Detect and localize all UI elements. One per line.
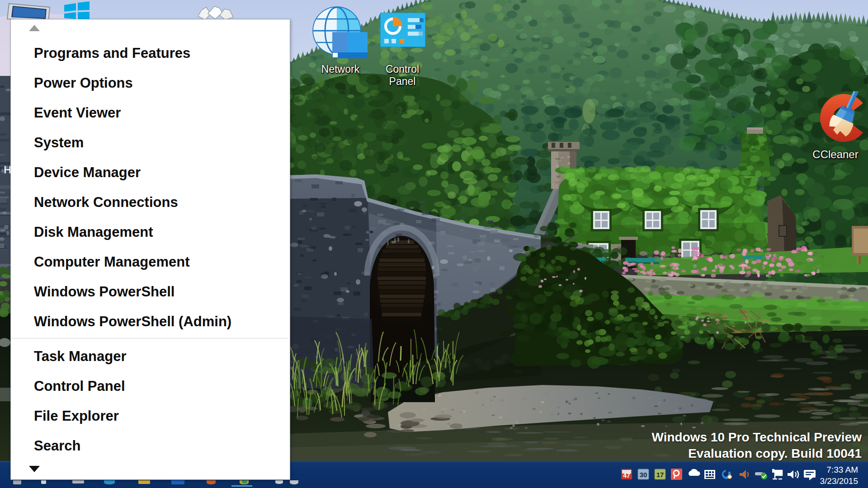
svg-text:30: 30 [640, 471, 647, 479]
svg-text:47: 47 [623, 472, 630, 479]
svg-text:17: 17 [656, 471, 664, 479]
